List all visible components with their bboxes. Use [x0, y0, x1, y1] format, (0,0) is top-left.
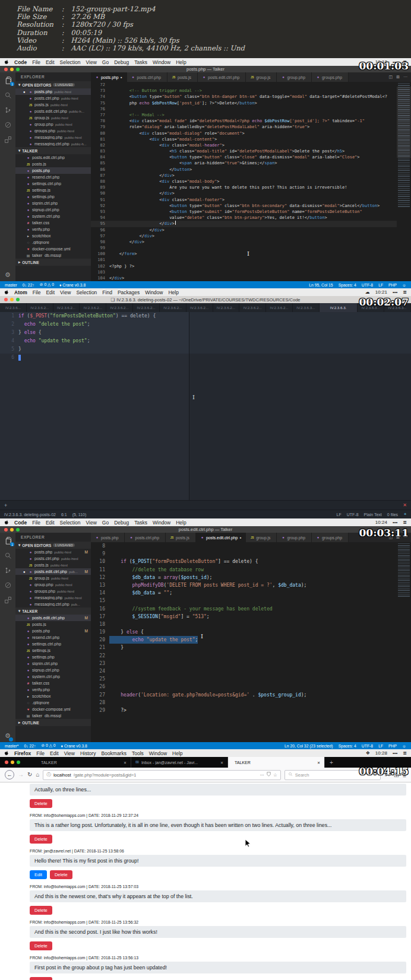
editor-tab[interactable]: IV.2.3.6.2...	[239, 303, 266, 312]
editor-tab[interactable]: group.js	[246, 72, 277, 82]
menubar-item[interactable]: Selection	[60, 59, 81, 65]
editor-tab[interactable]: posts.js	[167, 72, 198, 82]
tab-close-icon[interactable]: ✕	[220, 761, 223, 765]
code-line[interactable]: 103	[91, 269, 397, 275]
code-line[interactable]: 100 </form>	[91, 251, 397, 257]
status-item[interactable]: ⊘ 0 △ 0	[40, 282, 54, 287]
open-editor-item[interactable]: messaging.ctrl.php public-h...	[15, 141, 91, 147]
code-line[interactable]: 95 </div>	[91, 221, 397, 227]
file-tree-item[interactable]: settings.js	[15, 187, 91, 193]
menubar-item[interactable]: View	[86, 520, 97, 526]
code-line[interactable]: 10 if ($_POST["formPostsDeleteButton"] =…	[91, 558, 397, 565]
open-editor-item[interactable]: posts.js public-html	[15, 101, 91, 108]
layout-icon[interactable]: ⊞	[396, 75, 400, 79]
code-line[interactable]: 88 <div class="modal-body">	[91, 179, 397, 184]
file-tree-item[interactable]: signup.ctrl.php	[15, 667, 91, 673]
file-tree-item[interactable]: scotchbox	[15, 693, 91, 699]
menubar-item[interactable]: Tasks	[134, 520, 147, 526]
code-line[interactable]: 18	[91, 621, 397, 628]
status-item[interactable]: master*	[5, 744, 18, 748]
tab-close-icon[interactable]: ✕	[124, 761, 127, 765]
code-line[interactable]: 104 </div>	[91, 275, 397, 281]
tab-close-icon[interactable]: ✕	[317, 761, 320, 765]
menubar-item[interactable]: Window	[149, 750, 167, 756]
page-actions-icon[interactable]: ⋯	[260, 772, 264, 778]
explorer-icon[interactable]: 1	[4, 76, 12, 84]
open-editor-item[interactable]: groups.php public-html	[15, 128, 91, 134]
notification-center-icon[interactable]: ≣	[403, 750, 407, 756]
editor-tab[interactable]: IV.2.3.6.3...	[293, 303, 320, 312]
code-line[interactable]: 101	[91, 257, 397, 263]
menubar-item[interactable]: Find	[102, 289, 112, 295]
delete-button[interactable]: Delete	[50, 870, 72, 879]
file-tree-item[interactable]: settings.php	[15, 654, 91, 660]
minimize-window-icon[interactable]	[10, 68, 14, 71]
more-icon[interactable]: •••	[393, 520, 397, 525]
status-item[interactable]: Ln 95, Col 15	[309, 283, 333, 287]
code-line[interactable]: 26	[91, 683, 397, 691]
editor-tab[interactable]: IV.2.3.6.2...	[213, 303, 240, 312]
menubar-item[interactable]: View	[60, 289, 71, 295]
editor-tab[interactable]: groups.php	[312, 72, 349, 82]
menubar-item[interactable]: View	[64, 750, 75, 756]
menubar-item[interactable]: Bookmarks	[101, 750, 127, 756]
code-line[interactable]: 89 Are you sure you want to delete this …	[91, 184, 397, 190]
back-button[interactable]: ←	[5, 770, 14, 779]
split-editor-icon[interactable]: ◫	[389, 75, 393, 79]
editor-tab[interactable]: IV.2.3.6...	[0, 303, 27, 312]
file-tree-item[interactable]: posts.js	[15, 161, 91, 167]
edit-button[interactable]: Edit	[30, 870, 47, 879]
apple-icon[interactable]	[4, 59, 9, 65]
open-editor-item[interactable]: posts.edit.ctrl.php public-h...	[15, 108, 91, 114]
code-line[interactable]: 24	[91, 667, 397, 675]
open-editor-item[interactable]: group.js public-html	[15, 114, 91, 121]
menubar-item[interactable]: Help	[176, 59, 186, 65]
code-editor[interactable]: 8 9 10 if ($_POST["formPosts	[91, 542, 411, 742]
status-item[interactable]: PHP	[388, 283, 397, 287]
editor-tab[interactable]: IV.2.3.6.2...	[266, 303, 293, 312]
explorer-icon[interactable]: 1	[4, 536, 12, 545]
code-line[interactable]: 9	[91, 550, 397, 558]
code-line[interactable]: 25	[91, 675, 397, 683]
menubar-app-name[interactable]: Code	[14, 59, 27, 65]
file-tree-item[interactable]: posts.edit.ctrl.php M	[15, 615, 91, 621]
file-tree-item[interactable]: signup.ctrl.php	[15, 206, 91, 213]
search-icon[interactable]	[4, 91, 12, 99]
menubar-item[interactable]: Debug	[114, 520, 129, 526]
code-line[interactable]: 11 //delete the database row	[91, 566, 397, 574]
apple-icon[interactable]	[4, 520, 9, 526]
code-line[interactable]: 96 </div>	[91, 227, 397, 233]
code-line[interactable]: 86 </button>	[91, 167, 397, 173]
home-button[interactable]: ⌂	[36, 772, 39, 778]
outline-header[interactable]: ▸ OUTLINE	[15, 719, 91, 726]
code-line[interactable]: 17 $_SESSION["msgid"] = "513";	[91, 613, 397, 621]
code-line[interactable]: 21 }	[91, 644, 397, 651]
file-tree-item[interactable]: posts.php	[15, 167, 91, 174]
code-line[interactable]: 79 role="dialog" aria-labelledby="delete…	[91, 124, 397, 130]
code-line[interactable]: 102 <?php } ?>	[91, 263, 397, 269]
menubar-item[interactable]: Selection	[60, 520, 81, 526]
menubar-item[interactable]: Edit	[50, 750, 59, 756]
reload-button[interactable]: ↻	[27, 772, 32, 778]
menubar-item[interactable]: Selection	[76, 289, 97, 295]
status-item[interactable]: ☺	[402, 283, 406, 287]
minimap[interactable]	[397, 542, 411, 742]
status-item[interactable]: Plain Text	[364, 513, 382, 517]
debug-icon[interactable]	[4, 120, 12, 129]
editor-tab[interactable]: posts.edit.ctrl.php	[198, 72, 246, 82]
code-line[interactable]: 87 </div>	[91, 173, 397, 179]
status-extra-icon[interactable]: ✦	[403, 512, 407, 517]
file-tree-item[interactable]: settings.ctrl.php	[15, 641, 91, 647]
close-window-icon[interactable]	[5, 761, 8, 764]
open-editor-item[interactable]: group.php public-html	[15, 121, 91, 128]
code-line[interactable]: 91 <div class="modal-footer">	[91, 197, 397, 203]
status-item[interactable]: Spaces: 4	[339, 283, 356, 287]
code-line[interactable]: 74 <button type="button" class="btn btn-…	[91, 94, 397, 100]
file-tree-item[interactable]: signin.ctrl.php	[15, 660, 91, 667]
menubar-app-name[interactable]: Code	[14, 520, 27, 526]
folder-section-header[interactable]: ▾ TALKER	[15, 607, 91, 615]
menubar-item[interactable]: File	[32, 59, 40, 65]
code-line[interactable]: 16 //system feedback - your message has …	[91, 605, 397, 613]
debug-icon[interactable]	[4, 581, 12, 589]
settings-gear-icon[interactable]: ⚙	[5, 732, 11, 740]
